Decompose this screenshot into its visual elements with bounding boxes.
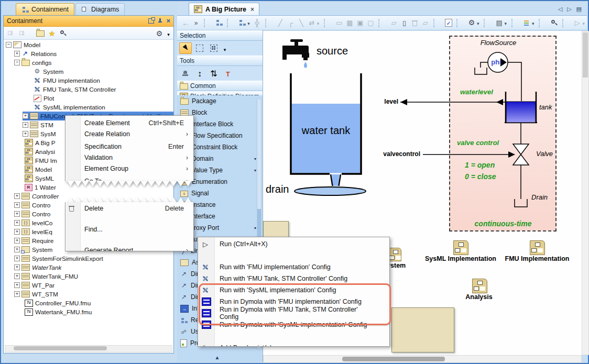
tree-item[interactable]: + WaterTank_FMU (4, 272, 173, 281)
next-diagram-icon[interactable]: ▷ (567, 6, 571, 13)
toolbar-button[interactable] (324, 19, 331, 27)
menu-item[interactable]: Delete Delete (66, 203, 193, 214)
diagram-icon-label[interactable]: Analysis (453, 293, 505, 301)
diagram-icon-label[interactable]: SysML Implementation (424, 255, 497, 262)
toolbar-button[interactable] (530, 17, 536, 29)
palette-tool[interactable] (179, 42, 192, 54)
tree-item[interactable]: + WT_Par (4, 281, 173, 290)
tree-expander[interactable]: + (14, 220, 20, 226)
diagram-tab[interactable]: A Big Picture × (189, 3, 259, 15)
scrollbar-thumb[interactable] (342, 357, 445, 361)
toolbar-button[interactable] (399, 17, 410, 29)
toolbar-button[interactable] (475, 17, 481, 29)
tree-item[interactable]: − Model (4, 40, 173, 49)
palette-section-selection[interactable]: Selection (177, 30, 263, 41)
close-tab-icon[interactable]: × (250, 6, 254, 13)
tree-item[interactable]: + WaterTank (4, 263, 173, 272)
menu-item[interactable]: Run with 'FMU implementation' Config (198, 261, 389, 273)
tree-expander[interactable]: + (14, 193, 20, 199)
pin-icon[interactable] (158, 18, 162, 24)
toolbar-button[interactable] (484, 19, 491, 27)
toolbar-button[interactable] (245, 17, 252, 29)
tree-expander[interactable]: + (23, 113, 28, 119)
toolbar-button[interactable] (365, 17, 376, 29)
menu-item[interactable]: Generate Report... › (66, 245, 193, 251)
menu-item[interactable]: Run in Dymola with 'FMU Tank, STM Contro… (198, 307, 389, 319)
toolbar-button[interactable] (275, 17, 286, 29)
panel-toolbar-button[interactable] (59, 28, 68, 38)
scrollbar-thumb[interactable] (14, 346, 107, 350)
analysis-diagram-icon[interactable] (472, 279, 487, 293)
panel-tab[interactable]: Diagrams (75, 3, 125, 15)
tree-expander[interactable]: + (14, 256, 20, 261)
toolbar-button[interactable] (503, 17, 509, 29)
menu-item[interactable]: Run (Ctrl+Alt+X) (198, 238, 389, 250)
scroll-up-button[interactable]: ▲ (177, 355, 257, 360)
tree-item[interactable]: SysML implementation (4, 103, 173, 112)
menu-item[interactable] (66, 235, 193, 245)
tree-item[interactable]: + Relations (4, 49, 173, 58)
menu-item[interactable]: Run with 'SysML implementation' Config (198, 284, 389, 296)
toolbar-button[interactable] (204, 19, 211, 27)
tree-expander[interactable]: + (14, 264, 20, 270)
close-panel-icon[interactable]: × (166, 18, 170, 24)
toolbar-button[interactable] (355, 17, 365, 29)
toolbar-button[interactable] (344, 17, 355, 29)
palette-section-common[interactable]: Common (177, 81, 263, 91)
fmu-implementation-diagram-icon[interactable] (530, 240, 545, 255)
menu-item[interactable]: Create Element Ctrl+Shift+E (66, 117, 193, 128)
toolbar-button[interactable] (389, 17, 399, 29)
tree-expander[interactable]: − (6, 42, 12, 48)
toolbar-button[interactable] (420, 17, 431, 29)
palette-tool[interactable] (222, 68, 234, 79)
menu-item[interactable]: Add Breakpoint(s) (198, 342, 389, 347)
palette-tool[interactable] (208, 42, 220, 54)
panel-toolbar-button[interactable] (155, 28, 164, 38)
toolbar-button[interactable] (214, 17, 224, 29)
toolbar-button[interactable] (539, 19, 546, 27)
menu-item[interactable]: Create Relation › (66, 128, 193, 139)
tree-expander[interactable]: + (23, 122, 28, 128)
tree-expander[interactable]: + (14, 247, 20, 252)
panel-toolbar-button[interactable] (70, 28, 152, 38)
menu-item[interactable] (198, 250, 389, 261)
toolbar-button[interactable] (562, 19, 570, 27)
toolbar-button[interactable] (191, 17, 201, 29)
toolbar-button[interactable] (286, 17, 296, 29)
toolbar-button[interactable] (252, 17, 263, 29)
toolbar-button[interactable] (315, 17, 321, 29)
tree-expander[interactable]: + (14, 202, 20, 208)
palette-section-tools[interactable]: Tools (177, 56, 263, 66)
palette-tool[interactable] (193, 42, 206, 54)
panel-toolbar-button[interactable] (47, 28, 57, 38)
tree-expander[interactable]: + (14, 229, 20, 235)
toolbar-button[interactable] (334, 17, 344, 29)
toolbar-button[interactable] (265, 19, 272, 27)
palette-tool[interactable] (179, 68, 192, 79)
menu-item[interactable] (66, 214, 193, 224)
float-window-icon[interactable] (148, 18, 154, 24)
toolbar-button[interactable] (296, 17, 307, 29)
menu-item[interactable]: Run in Dymola with 'SysML implementation… (198, 319, 389, 330)
panel-toolbar-button[interactable] (166, 28, 171, 38)
canvas-horizontal-scrollbar[interactable] (263, 355, 582, 363)
toolbar-button[interactable] (433, 19, 441, 27)
tree-expander[interactable]: − (14, 60, 20, 65)
tree-item[interactable]: + SystemForSimulinkExport (4, 254, 173, 263)
tree-expander[interactable]: + (23, 131, 28, 137)
tree-expander[interactable]: + (14, 51, 20, 57)
menu-item[interactable] (198, 330, 389, 342)
palette-tool[interactable] (193, 68, 206, 79)
toolbar-button[interactable] (410, 17, 420, 29)
panel-toolbar-button[interactable] (18, 28, 27, 38)
panel-toolbar-button[interactable] (29, 28, 34, 38)
toolbar-button[interactable] (456, 19, 464, 27)
panel-toolbar-button[interactable] (36, 28, 45, 38)
toolbar-button[interactable] (227, 19, 234, 27)
palette-tool[interactable] (222, 42, 228, 54)
tree-expander[interactable]: + (14, 238, 20, 244)
toolbar-button[interactable] (581, 17, 587, 29)
palette-tool[interactable] (208, 68, 220, 79)
tree-item[interactable]: FMU Tank, STM Controller (4, 85, 173, 94)
menu-item[interactable]: Find... (66, 224, 193, 235)
